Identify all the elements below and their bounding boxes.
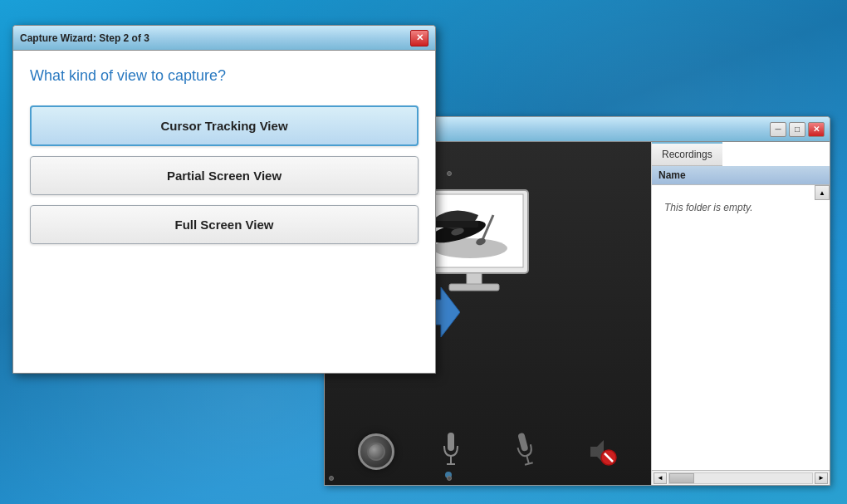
microphone2-icon <box>517 431 535 472</box>
bg-close-button[interactable]: ✕ <box>808 122 825 137</box>
speaker-icon <box>358 433 394 470</box>
corner-screw-bl <box>329 476 334 481</box>
svg-rect-11 <box>448 433 454 451</box>
dialog-titlebar: Capture Wizard: Step 2 of 3 ✕ <box>13 26 435 51</box>
svg-line-15 <box>526 456 529 464</box>
full-screen-view-button[interactable]: Full Screen View <box>30 205 419 244</box>
dialog-title: Capture Wizard: Step 2 of 3 <box>20 32 410 44</box>
scroll-right-button[interactable]: ► <box>815 472 828 484</box>
scroll-left-button[interactable]: ◄ <box>654 472 667 484</box>
recordings-panel: Recordings Name ▲ This folder is empty. … <box>651 142 830 485</box>
bg-minimize-button[interactable]: ─ <box>770 122 786 137</box>
scroll-thumb[interactable] <box>669 473 694 483</box>
horizontal-scrollbar[interactable]: ◄ ► <box>652 470 830 485</box>
microphone2-icon-item <box>505 431 546 472</box>
dialog-question-text: What kind of view to capture? <box>30 67 419 85</box>
corner-screw-br <box>447 476 452 481</box>
bg-maximize-button[interactable]: □ <box>789 122 805 137</box>
dialog-close-button[interactable]: ✕ <box>410 30 428 46</box>
capture-wizard-dialog: Capture Wizard: Step 2 of 3 ✕ What kind … <box>12 25 436 374</box>
corner-screw-tr <box>447 171 452 176</box>
empty-folder-message: This folder is empty. <box>652 185 830 230</box>
microphone1-icon <box>442 431 460 472</box>
microphone1-icon-item <box>430 431 472 472</box>
muted-speaker-icon-item <box>580 431 621 472</box>
svg-rect-14 <box>517 433 528 452</box>
bottom-icons-bar <box>325 431 651 472</box>
recordings-scroll-area[interactable]: ▲ This folder is empty. <box>652 185 830 470</box>
partial-screen-view-button[interactable]: Partial Screen View <box>30 156 419 195</box>
recordings-name-column: Name <box>652 166 830 185</box>
cursor-tracking-view-button[interactable]: Cursor Tracking View <box>30 105 419 146</box>
recordings-tab[interactable]: Recordings <box>652 142 722 166</box>
svg-line-16 <box>525 462 533 465</box>
scroll-up-button[interactable]: ▲ <box>815 185 830 200</box>
dialog-body: What kind of view to capture? Cursor Tra… <box>13 51 435 373</box>
scroll-track[interactable] <box>668 472 813 484</box>
speaker-icon-item <box>355 431 397 472</box>
muted-speaker-icon <box>584 437 617 467</box>
